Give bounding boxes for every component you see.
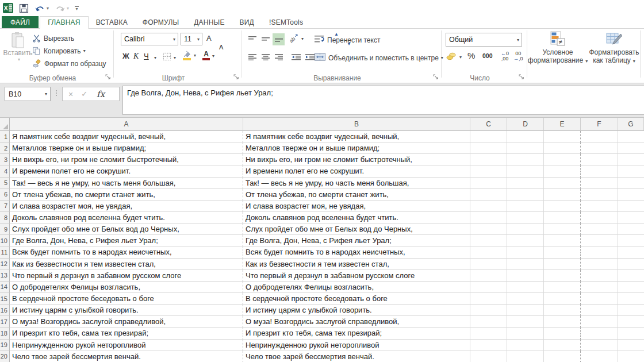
increase-indent-button[interactable] (304, 51, 316, 63)
cell-F1[interactable] (581, 131, 618, 143)
row-header-9[interactable]: 9 (0, 224, 10, 235)
tab-view[interactable]: ВИД (232, 16, 262, 28)
font-size-caret-icon[interactable]: ▾ (197, 37, 200, 42)
font-size-combo[interactable]: 11 ▾ (181, 33, 202, 45)
cell-C1[interactable] (470, 131, 507, 143)
cell-E20[interactable] (544, 351, 581, 362)
cell-D3[interactable] (507, 154, 544, 165)
cell-G8[interactable] (618, 212, 644, 224)
cell-B10[interactable]: Где Волга, Дон, Нева, с Рифея льет Урал; (243, 235, 470, 247)
cell-A19[interactable]: Непринужденною рукой неторопливой (10, 340, 243, 351)
cell-C18[interactable] (470, 328, 507, 339)
cell-C12[interactable] (470, 259, 507, 270)
cell-F16[interactable] (581, 305, 618, 316)
cell-C17[interactable] (470, 316, 507, 328)
cell-C6[interactable] (470, 189, 507, 201)
redo-caret-icon[interactable]: ▾ (67, 6, 69, 11)
customize-quick-access-icon[interactable]: ▾ (75, 6, 79, 10)
tab-semtools[interactable]: !SEMTools (262, 16, 310, 28)
cell-C20[interactable] (470, 351, 507, 362)
cell-D10[interactable] (507, 235, 544, 247)
cell-B3[interactable]: Ни вихрь его, ни гром не сломит быстроте… (243, 154, 470, 165)
cell-E6[interactable] (544, 189, 581, 201)
cell-A7[interactable]: И слава возрастет моя, не увядая, (10, 201, 243, 212)
cell-A14[interactable]: О добродетелях Фелицы возгласить, (10, 282, 243, 293)
column-header-C[interactable]: C (470, 118, 507, 131)
align-bottom-button[interactable] (273, 33, 285, 45)
cell-F9[interactable] (581, 224, 618, 235)
cell-E11[interactable] (544, 247, 581, 258)
cell-B5[interactable]: Так! — весь я не умру, но часть меня бол… (243, 178, 470, 189)
cell-E7[interactable] (544, 201, 581, 212)
undo-caret-icon[interactable]: ▾ (47, 6, 49, 11)
cell-A18[interactable]: И презрит кто тебя, сама тех презирай; (10, 328, 243, 339)
cell-C4[interactable] (470, 165, 507, 177)
row-header-7[interactable]: 7 (0, 201, 10, 212)
save-icon[interactable] (19, 3, 29, 13)
row-header-5[interactable]: 5 (0, 178, 10, 189)
cell-E18[interactable] (544, 328, 581, 339)
bold-button[interactable]: Ж (122, 52, 129, 60)
cell-E12[interactable] (544, 259, 581, 270)
cell-G14[interactable] (618, 282, 644, 293)
cell-E2[interactable] (544, 143, 581, 154)
format-painter-button[interactable]: Формат по образцу (32, 59, 106, 68)
cell-F20[interactable] (581, 351, 618, 362)
column-header-F[interactable]: F (581, 118, 618, 131)
cell-E5[interactable] (544, 178, 581, 189)
cell-B9[interactable]: Слух пройдет обо мне от Белых вод до Чер… (243, 224, 470, 235)
decrease-decimal-button[interactable]: 00→,0 (513, 51, 523, 61)
format-as-table-button[interactable]: Форматировать как таблицу▾ (586, 31, 642, 66)
orientation-button[interactable]: ab ▾ (290, 33, 304, 44)
cell-A2[interactable]: Металлов тверже он и выше пирамид; (10, 143, 243, 154)
select-all-button[interactable] (0, 118, 10, 131)
cell-B13[interactable]: Что первый я дерзнул в забавном русском … (243, 270, 470, 282)
merge-center-button[interactable]: Объединить и поместить в центре ▾ (315, 53, 443, 63)
cell-F11[interactable] (581, 247, 618, 258)
cell-D2[interactable] (507, 143, 544, 154)
cell-B12[interactable]: Как из безвестности я тем известен стал, (243, 259, 470, 270)
cell-A15[interactable]: В сердечной простоте беседовать о боге (10, 293, 243, 305)
cell-F5[interactable] (581, 178, 618, 189)
enter-icon[interactable]: ✓ (81, 90, 87, 98)
cell-D19[interactable] (507, 340, 544, 351)
cell-G3[interactable] (618, 154, 644, 165)
cell-B4[interactable]: И времени полет его не сокрушит. (243, 165, 470, 177)
cell-D12[interactable] (507, 259, 544, 270)
conditional-formatting-button[interactable]: ≠ Условное форматирование▾ (531, 31, 584, 66)
name-box-caret-icon[interactable]: ▾ (45, 91, 47, 97)
cell-A5[interactable]: Так! — весь я не умру, но часть меня бол… (10, 178, 243, 189)
cell-A3[interactable]: Ни вихрь его, ни гром не сломит быстроте… (10, 154, 243, 165)
cell-A20[interactable]: Чело твое зарей бессмертия венчай. (10, 351, 243, 362)
fill-color-caret-icon[interactable]: ▾ (194, 53, 196, 58)
formula-input[interactable]: Где Волга, Дон, Нева, с Рифея льет Урал; (122, 86, 644, 115)
cell-G16[interactable] (618, 305, 644, 316)
cell-D14[interactable] (507, 282, 544, 293)
fill-color-button[interactable]: ▾ (182, 51, 196, 60)
row-header-12[interactable]: 12 (0, 259, 10, 270)
cell-E4[interactable] (544, 165, 581, 177)
percent-style-button[interactable]: % (467, 51, 475, 60)
cell-A4[interactable]: И времени полет его не сокрушит. (10, 165, 243, 177)
cell-E8[interactable] (544, 212, 581, 224)
cell-F2[interactable] (581, 143, 618, 154)
cell-C2[interactable] (470, 143, 507, 154)
paste-button[interactable]: Вставить ▾ (5, 32, 31, 62)
cell-G19[interactable] (618, 340, 644, 351)
cell-C9[interactable] (470, 224, 507, 235)
row-header-11[interactable]: 11 (0, 247, 10, 258)
cell-F15[interactable] (581, 293, 618, 305)
cell-G7[interactable] (618, 201, 644, 212)
cell-D20[interactable] (507, 351, 544, 362)
cell-B2[interactable]: Металлов тверже он и выше пирамид; (243, 143, 470, 154)
cancel-icon[interactable]: × (68, 90, 73, 99)
cell-D5[interactable] (507, 178, 544, 189)
copy-button[interactable]: Копировать ▾ (32, 47, 86, 55)
cell-B18[interactable]: И презрит кто тебя, сама тех презирай; (243, 328, 470, 339)
cell-E10[interactable] (544, 235, 581, 247)
cell-D8[interactable] (507, 212, 544, 224)
cell-E19[interactable] (544, 340, 581, 351)
cell-B6[interactable]: От тлена убежав, по смерти станет жить, (243, 189, 470, 201)
tab-formulas[interactable]: ФОРМУЛЫ (135, 16, 186, 28)
column-header-A[interactable]: A (10, 118, 243, 131)
